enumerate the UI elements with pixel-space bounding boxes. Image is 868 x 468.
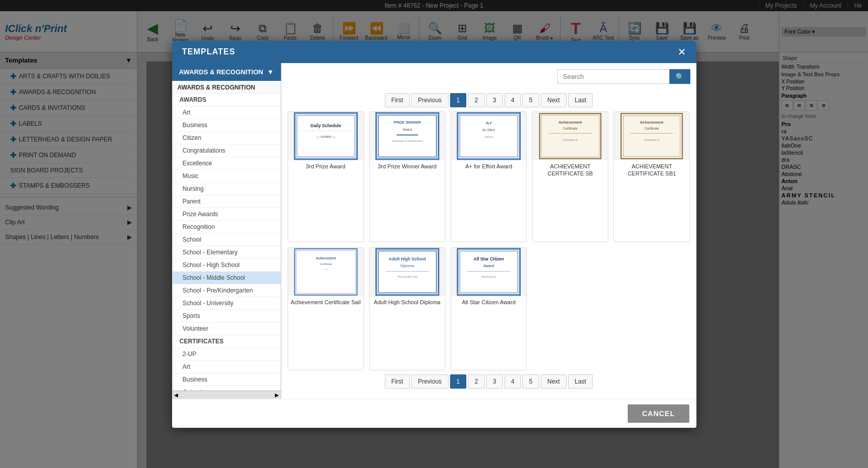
bottom-page-2-btn[interactable]: 2 <box>468 374 485 389</box>
dropdown-item-nursing[interactable]: Nursing <box>173 183 281 195</box>
search-button[interactable]: 🔍 <box>669 69 690 84</box>
bottom-page-1-btn[interactable]: 1 <box>450 374 467 389</box>
dropdown-item-prize-awards[interactable]: Prize Awards <box>173 208 281 221</box>
bottom-next-page-btn[interactable]: Next <box>541 374 567 389</box>
svg-text:A+: A+ <box>486 120 492 126</box>
page-1-btn[interactable]: 1 <box>450 93 467 107</box>
dropdown-item-awards[interactable]: AWARDS <box>173 94 281 106</box>
svg-text:Presented to: Presented to <box>644 138 659 141</box>
dropdown-list: AWARDS & RECOGNITION AWARDS Art Business… <box>172 81 281 391</box>
dropdown-item-parent[interactable]: Parent <box>173 195 281 208</box>
bottom-page-4-btn[interactable]: 4 <box>505 374 521 389</box>
svg-text:Achievement: Achievement <box>558 120 582 125</box>
dropdown-item-school-elementary[interactable]: School - Elementary <box>173 246 281 259</box>
template-label-1: 3rd Prize Award <box>288 160 363 172</box>
modal-header: TEMPLATES ✕ <box>172 41 696 63</box>
svg-text:This certifies that: This certifies that <box>397 275 417 278</box>
svg-rect-35 <box>376 249 438 295</box>
page-4-btn[interactable]: 4 <box>505 93 521 107</box>
template-card-8[interactable]: All Star Citizen Award Presented to All … <box>451 247 527 370</box>
template-grid: Daily Schedule — content — 3rd Prize Awa… <box>288 111 690 370</box>
svg-text:PRIZE WINNER: PRIZE WINNER <box>394 120 421 125</box>
svg-text:Award: Award <box>484 264 494 268</box>
svg-text:Achievement: Achievement <box>640 120 663 125</box>
modal-footer: CANCEL <box>172 399 696 428</box>
template-card-5[interactable]: Achievement Certificate Presented to ACH… <box>613 111 690 242</box>
template-card-7[interactable]: Adult High School Diploma This certifies… <box>369 247 445 370</box>
modal-close-button[interactable]: ✕ <box>678 47 686 57</box>
next-page-btn[interactable]: Next <box>541 93 567 107</box>
dropdown-item-cert-business[interactable]: Business <box>173 373 281 386</box>
svg-text:Achievement: Achievement <box>316 256 336 260</box>
cancel-button[interactable]: CANCEL <box>628 404 689 423</box>
dropdown-item-calendars[interactable]: Calendars <box>173 386 281 391</box>
dropdown-item-citizen[interactable]: Citizen <box>173 132 281 144</box>
svg-text:Presented to: Presented to <box>563 138 578 141</box>
search-input[interactable] <box>557 69 669 84</box>
dropdown-item-certificates[interactable]: CERTIFICATES <box>173 335 281 348</box>
bottom-page-3-btn[interactable]: 3 <box>486 374 503 389</box>
pagination-top: First Previous 1 2 3 4 5 Next Last <box>288 93 690 107</box>
template-card-3[interactable]: A+ for Effort Award! A+ for Effort Award <box>451 111 527 242</box>
page-2-btn[interactable]: 2 <box>468 93 485 107</box>
modal-overlay: TEMPLATES ✕ AWARDS & RECOGNITION ▼ AWARD… <box>0 0 868 468</box>
svg-text:Adult High School: Adult High School <box>388 256 426 261</box>
svg-text:Certificate: Certificate <box>645 127 659 130</box>
bottom-page-5-btn[interactable]: 5 <box>522 374 539 389</box>
dropdown-item-recognition[interactable]: Recognition <box>173 221 281 233</box>
template-card-1[interactable]: Daily Schedule — content — 3rd Prize Awa… <box>288 111 364 242</box>
dropdown-group-awards-recognition: AWARDS & RECOGNITION <box>173 81 281 94</box>
scroll-left-btn[interactable]: ◀ <box>174 392 178 398</box>
search-bar: 🔍 <box>288 69 690 84</box>
last-page-btn[interactable]: Last <box>568 93 593 107</box>
dropdown-item-cert-art[interactable]: Art <box>173 361 281 373</box>
bottom-last-page-btn[interactable]: Last <box>568 374 593 389</box>
dropdown-item-school-pre-k[interactable]: School - Pre/Kindergarten <box>173 284 281 297</box>
templates-modal: TEMPLATES ✕ AWARDS & RECOGNITION ▼ AWARD… <box>172 41 696 428</box>
svg-rect-41 <box>458 249 520 295</box>
svg-text:Award!: Award! <box>485 135 493 138</box>
dropdown-panel: AWARDS & RECOGNITION ▼ AWARDS & RECOGNIT… <box>172 63 282 399</box>
modal-body: AWARDS & RECOGNITION ▼ AWARDS & RECOGNIT… <box>172 63 696 399</box>
dropdown-item-business[interactable]: Business <box>173 119 281 132</box>
dropdown-item-school-university[interactable]: School - University <box>173 297 281 310</box>
first-page-btn[interactable]: First <box>385 93 410 107</box>
dropdown-item-school-middle-school[interactable]: School - Middle School <box>173 272 281 284</box>
template-label-7: Adult High School Diploma <box>370 296 445 308</box>
dropdown-item-school[interactable]: School <box>173 233 281 246</box>
dropdown-item-art[interactable]: Art <box>173 106 281 119</box>
svg-text:Sail: Sail <box>324 268 327 271</box>
svg-text:Presented to: Presented to <box>481 275 496 278</box>
svg-text:Award: Award <box>403 128 412 131</box>
page-5-btn[interactable]: 5 <box>522 93 539 107</box>
svg-text:Certificate: Certificate <box>563 127 578 130</box>
template-label-8: All Star Citizen Award <box>451 296 526 308</box>
dropdown-item-school-high-school[interactable]: School - High School <box>173 259 281 272</box>
dropdown-item-sports[interactable]: Sports <box>173 310 281 323</box>
svg-text:Daily Schedule: Daily Schedule <box>311 123 341 128</box>
previous-page-btn[interactable]: Previous <box>411 93 449 107</box>
scroll-right-btn[interactable]: ▶ <box>275 392 279 398</box>
dropdown-item-excellence[interactable]: Excellence <box>173 157 281 170</box>
template-label-3: A+ for Effort Award <box>451 160 526 172</box>
dropdown-item-congratulations[interactable]: Congratulations <box>173 144 281 157</box>
page-3-btn[interactable]: 3 <box>486 93 503 107</box>
svg-rect-30 <box>294 249 356 295</box>
search-icon: 🔍 <box>676 73 684 81</box>
svg-text:Diploma: Diploma <box>400 264 414 268</box>
template-label-4: ACHIEVEMENT CERTIFICATE SB <box>533 160 608 180</box>
svg-rect-9 <box>397 134 418 135</box>
dropdown-item-music[interactable]: Music <box>173 170 281 183</box>
template-card-6[interactable]: Achievement Certificate Sail Achievement… <box>288 247 364 370</box>
svg-text:Certificate of Achievement: Certificate of Achievement <box>391 139 423 142</box>
bottom-first-page-btn[interactable]: First <box>385 374 410 389</box>
template-card-4[interactable]: Achievement Certificate Presented to ACH… <box>532 111 608 242</box>
dropdown-item-volunteer[interactable]: Volunteer <box>173 323 281 335</box>
dropdown-item-2up[interactable]: 2-UP <box>173 348 281 361</box>
category-dropdown-button[interactable]: AWARDS & RECOGNITION ▼ <box>172 63 281 81</box>
bottom-previous-page-btn[interactable]: Previous <box>411 374 449 389</box>
svg-text:All Star Citizen: All Star Citizen <box>473 256 504 261</box>
svg-text:— content —: — content — <box>316 135 335 138</box>
template-label-5: ACHIEVEMENT CERTIFICATE SB1 <box>614 160 689 180</box>
template-card-2[interactable]: PRIZE WINNER Award Certificate of Achiev… <box>369 111 445 242</box>
